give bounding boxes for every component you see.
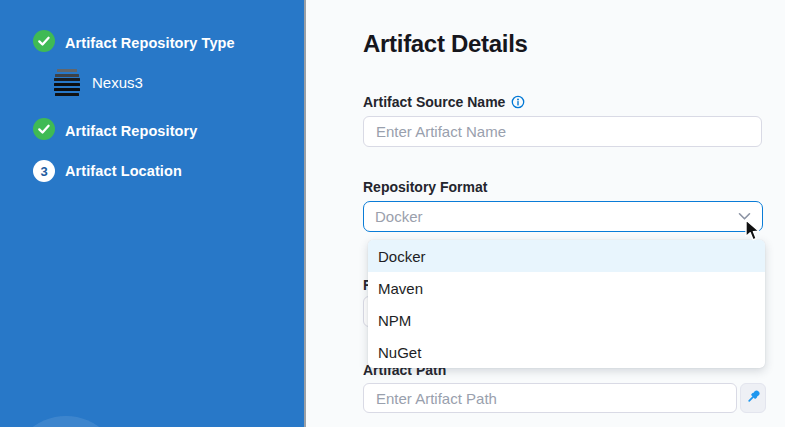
wizard-sidebar: Artifact Repository Type Nexus3 Artifact… (0, 0, 304, 427)
chevron-down-icon (738, 212, 751, 221)
artifact-path-input[interactable] (363, 383, 737, 413)
sidebar-item-artifact-repository[interactable]: Artifact Repository (33, 118, 197, 144)
repository-format-select[interactable]: Docker (363, 201, 763, 232)
step-number-badge: 3 (33, 160, 55, 182)
sidebar-item-nexus3[interactable]: Nexus3 (53, 69, 143, 96)
info-icon[interactable] (511, 95, 525, 109)
step-label: Artifact Repository (65, 123, 197, 139)
dropdown-option-maven[interactable]: Maven (368, 272, 765, 304)
pin-icon (745, 388, 762, 408)
page-title: Artifact Details (363, 30, 528, 58)
artifact-source-name-label: Artifact Source Name (363, 94, 525, 110)
step-label: Artifact Location (65, 163, 182, 179)
sidebar-divider (304, 0, 306, 427)
sidebar-item-artifact-repository-type[interactable]: Artifact Repository Type (33, 30, 235, 56)
sidebar-item-artifact-location[interactable]: 3 Artifact Location (33, 160, 182, 182)
repository-format-dropdown: Docker Maven NPM NuGet (368, 240, 765, 368)
artifact-name-input[interactable] (363, 116, 762, 147)
dropdown-option-docker[interactable]: Docker (368, 240, 765, 272)
selected-value: Docker (375, 208, 738, 225)
repository-format-label: Repository Format (363, 179, 487, 195)
decorative-circle (10, 416, 122, 427)
step-label: Artifact Repository Type (65, 35, 235, 51)
dropdown-option-nuget[interactable]: NuGet (368, 336, 765, 368)
field-label-text: Artifact Source Name (363, 94, 505, 110)
substep-label: Nexus3 (92, 74, 143, 91)
dropdown-option-npm[interactable]: NPM (368, 304, 765, 336)
nexus3-logo-icon (53, 69, 80, 96)
artifact-details-wizard: Artifact Repository Type Nexus3 Artifact… (0, 0, 785, 427)
field-label-text: Repository Format (363, 179, 487, 195)
pin-button[interactable] (740, 383, 766, 413)
check-circle-icon (33, 118, 55, 144)
check-circle-icon (33, 30, 55, 56)
